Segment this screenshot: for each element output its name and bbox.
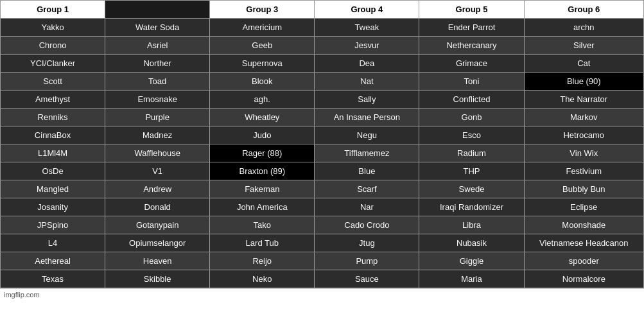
table-row: ChronoAsrielGeebJesvurNethercanarySilver — [1, 37, 644, 55]
table-cell: Blue (90) — [524, 73, 643, 91]
table-cell: Sally — [315, 91, 419, 108]
table-cell: Skibble — [105, 270, 210, 288]
header-group2 — [105, 1, 210, 19]
table-cell: OsDe — [1, 162, 105, 180]
table-cell: Amethyst — [1, 91, 105, 108]
table-row: L4OpiumselangorLard TubJtugNubasikVietna… — [1, 234, 644, 252]
table-cell: Iraqi Randomizer — [419, 198, 524, 216]
table-cell: Andrew — [105, 180, 210, 198]
table-row: L1Ml4MWafflehouseRager (88)TifflamemezRa… — [1, 144, 644, 162]
main-container: Group 1 Group 3 Group 4 Group 5 Group 6 … — [0, 0, 644, 300]
table-cell: Libra — [419, 216, 524, 234]
table-cell: Ender Parrot — [419, 19, 524, 37]
table-cell: Supernova — [210, 55, 315, 73]
header-group1: Group 1 — [1, 1, 105, 19]
table-cell: Texas — [1, 270, 105, 288]
table-cell: Nubasik — [419, 234, 524, 252]
table-row: TexasSkibbleNekoSauceMariaNormalcore — [1, 270, 644, 288]
header-group3: Group 3 — [210, 1, 315, 19]
table-cell: archn — [524, 19, 643, 37]
table-cell: Rager (88) — [210, 144, 315, 162]
table-row: AmethystEmosnakeagh.SallyConflictedThe N… — [1, 91, 644, 108]
table-cell: Yakko — [1, 19, 105, 37]
header-row: Group 1 Group 3 Group 4 Group 5 Group 6 — [1, 1, 644, 19]
table-cell: Mangled — [1, 180, 105, 198]
table-row: MangledAndrewFakemanScarfSwedeBubbly Bun — [1, 180, 644, 198]
table-cell: Blue — [315, 162, 419, 180]
table-cell: Negu — [315, 126, 419, 144]
table-cell: Gotanypain — [105, 216, 210, 234]
table-cell: agh. — [210, 91, 315, 108]
table-cell: Festivium — [524, 162, 643, 180]
header-group4: Group 4 — [315, 1, 419, 19]
table-cell: Radium — [419, 144, 524, 162]
groups-table: Group 1 Group 3 Group 4 Group 5 Group 6 … — [0, 0, 644, 288]
imgflip-bar: imgflip.com — [0, 288, 644, 300]
table-cell: V1 — [105, 162, 210, 180]
table-cell: Wheatley — [210, 108, 315, 126]
table-cell: Cat — [524, 55, 643, 73]
table-cell: Madnez — [105, 126, 210, 144]
table-cell: Scarf — [315, 180, 419, 198]
table-cell: Tifflamemez — [315, 144, 419, 162]
table-cell: Silver — [524, 37, 643, 55]
table-row: YakkoWater SodaAmericiumTweakEnder Parro… — [1, 19, 644, 37]
table-cell: Maria — [419, 270, 524, 288]
table-row: CinnaBoxMadnezJudoNeguEscoHetrocamo — [1, 126, 644, 144]
table-row: AetherealHeavenReijoPumpGigglespooder — [1, 252, 644, 270]
table-cell: Asriel — [105, 37, 210, 55]
table-cell: Grimace — [419, 55, 524, 73]
table-cell: Toni — [419, 73, 524, 91]
table-cell: Esco — [419, 126, 524, 144]
table-cell: Markov — [524, 108, 643, 126]
table-cell: Gonb — [419, 108, 524, 126]
table-cell: Sauce — [315, 270, 419, 288]
table-cell: Josanity — [1, 198, 105, 216]
table-cell: An Insane Person — [315, 108, 419, 126]
table-cell: Emosnake — [105, 91, 210, 108]
table-cell: Opiumselangor — [105, 234, 210, 252]
table-cell: Eclipse — [524, 198, 643, 216]
table-cell: Geeb — [210, 37, 315, 55]
table-cell: Tako — [210, 216, 315, 234]
table-cell: L1Ml4M — [1, 144, 105, 162]
table-cell: Vietnamese Headcanon — [524, 234, 643, 252]
table-cell: Dea — [315, 55, 419, 73]
table-cell: spooder — [524, 252, 643, 270]
table-cell: Neko — [210, 270, 315, 288]
table-cell: Moonshade — [524, 216, 643, 234]
table-cell: Fakeman — [210, 180, 315, 198]
table-cell: Judo — [210, 126, 315, 144]
table-cell: L4 — [1, 234, 105, 252]
table-cell: Bubbly Bun — [524, 180, 643, 198]
table-cell: Braxton (89) — [210, 162, 315, 180]
table-cell: Swede — [419, 180, 524, 198]
table-body: YakkoWater SodaAmericiumTweakEnder Parro… — [1, 19, 644, 288]
table-cell: Blook — [210, 73, 315, 91]
header-group5: Group 5 — [419, 1, 524, 19]
table-row: ScottToadBlookNatToniBlue (90) — [1, 73, 644, 91]
table-cell: Hetrocamo — [524, 126, 643, 144]
table-row: JosanityDonaldJohn AmericaNarIraqi Rando… — [1, 198, 644, 216]
table-cell: Conflicted — [419, 91, 524, 108]
table-cell: Nethercanary — [419, 37, 524, 55]
table-cell: John America — [210, 198, 315, 216]
table-cell: Cado Crodo — [315, 216, 419, 234]
table-cell: Normalcore — [524, 270, 643, 288]
table-cell: Vin Wix — [524, 144, 643, 162]
header-group6: Group 6 — [524, 1, 643, 19]
table-cell: The Narrator — [524, 91, 643, 108]
table-cell: Giggle — [419, 252, 524, 270]
table-cell: Chrono — [1, 37, 105, 55]
table-cell: JPSpino — [1, 216, 105, 234]
table-cell: Americium — [210, 19, 315, 37]
table-row: OsDeV1Braxton (89)BlueTHPFestivium — [1, 162, 644, 180]
table-row: JPSpinoGotanypainTakoCado CrodoLibraMoon… — [1, 216, 644, 234]
table-cell: Tweak — [315, 19, 419, 37]
table-cell: Jtug — [315, 234, 419, 252]
table-cell: YCI/Clanker — [1, 55, 105, 73]
table-cell: Lard Tub — [210, 234, 315, 252]
table-cell: Purple — [105, 108, 210, 126]
table-cell: Aethereal — [1, 252, 105, 270]
table-cell: Scott — [1, 73, 105, 91]
